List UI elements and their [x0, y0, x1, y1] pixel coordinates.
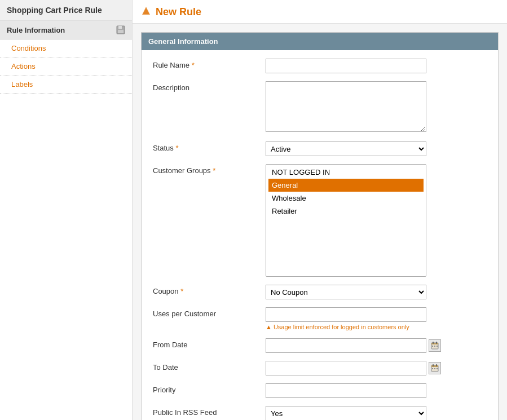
- section-header: General Information: [142, 33, 498, 50]
- rule-name-label: Rule Name *: [153, 59, 266, 69]
- status-required: *: [175, 144, 178, 152]
- to-date-row: To Date: [153, 361, 487, 375]
- svg-rect-11: [437, 346, 438, 347]
- coupon-label: Coupon *: [153, 285, 266, 295]
- hint-text-label: Usage limit enforced for logged in custo…: [274, 324, 409, 330]
- uses-per-customer-control: ▲ Usage limit enforced for logged in cus…: [266, 307, 487, 330]
- sidebar-title: Shopping Cart Price Rule: [0, 0, 132, 21]
- customer-groups-row: Customer Groups * NOT LOGGED IN General …: [153, 164, 487, 277]
- rule-name-input[interactable]: [266, 59, 426, 73]
- priority-row: Priority: [153, 383, 487, 398]
- svg-rect-2: [118, 30, 124, 33]
- priority-label: Priority: [153, 383, 266, 394]
- content-area: General Information Rule Name *: [133, 24, 507, 420]
- rule-name-control: [266, 59, 487, 73]
- svg-rect-9: [432, 346, 433, 347]
- svg-rect-15: [436, 364, 437, 366]
- save-icon[interactable]: [116, 25, 125, 34]
- description-label: Description: [153, 81, 266, 92]
- rss-feed-row: Public In RSS Feed Yes No: [153, 406, 487, 420]
- svg-rect-18: [437, 368, 438, 369]
- rule-name-required: *: [192, 61, 195, 69]
- uses-per-customer-row: Uses per Customer ▲ Usage limit enforced…: [153, 307, 487, 330]
- from-date-label: From Date: [153, 338, 266, 349]
- to-date-input[interactable]: [266, 361, 426, 375]
- to-date-control: [266, 361, 487, 375]
- coupon-required: *: [180, 287, 183, 295]
- to-date-label: To Date: [153, 361, 266, 372]
- uses-per-customer-label: Uses per Customer: [153, 307, 266, 318]
- to-date-row-inner: [266, 361, 487, 375]
- coupon-control: No Coupon Specific Coupon Auto Generated: [266, 285, 487, 299]
- usage-hint: ▲ Usage limit enforced for logged in cus…: [266, 324, 487, 330]
- rss-feed-control: Yes No: [266, 406, 487, 420]
- page-header: New Rule: [133, 0, 507, 24]
- description-textarea[interactable]: [266, 81, 426, 132]
- sidebar-section-rule-information: Rule Information: [0, 21, 132, 39]
- from-date-calendar-button[interactable]: [429, 339, 441, 352]
- page-title: New Rule: [156, 6, 201, 18]
- description-row: Description: [153, 81, 487, 134]
- coupon-row: Coupon * No Coupon Specific Coupon Auto …: [153, 285, 487, 299]
- rss-feed-select[interactable]: Yes No: [266, 406, 426, 420]
- hint-icon: ▲: [266, 324, 272, 330]
- rss-feed-label: Public In RSS Feed: [153, 406, 266, 417]
- sidebar: Shopping Cart Price Rule Rule Informatio…: [0, 0, 133, 420]
- status-select[interactable]: Active Inactive: [266, 142, 426, 156]
- svg-rect-10: [434, 346, 435, 347]
- form-panel: General Information Rule Name *: [141, 32, 499, 420]
- svg-rect-13: [431, 365, 438, 367]
- svg-rect-16: [432, 368, 433, 369]
- svg-rect-1: [118, 26, 122, 29]
- customer-groups-listbox[interactable]: NOT LOGGED IN General Wholesale Retailer: [266, 164, 426, 277]
- sidebar-item-actions[interactable]: Actions: [0, 58, 132, 76]
- main-content: New Rule General Information Rule Name *: [133, 0, 507, 420]
- from-date-row-inner: [266, 338, 487, 353]
- status-row: Status * Active Inactive: [153, 142, 487, 156]
- rule-name-row: Rule Name *: [153, 59, 487, 73]
- from-date-row: From Date: [153, 338, 487, 353]
- svg-rect-17: [434, 368, 435, 369]
- svg-rect-8: [436, 342, 437, 344]
- priority-control: [266, 383, 487, 398]
- customer-groups-control: NOT LOGGED IN General Wholesale Retailer: [266, 164, 487, 277]
- svg-marker-4: [143, 8, 149, 14]
- uses-per-customer-input[interactable]: [266, 307, 426, 322]
- description-control: [266, 81, 487, 134]
- customer-groups-required: *: [213, 166, 215, 175]
- svg-rect-7: [433, 342, 434, 344]
- from-date-input[interactable]: [266, 338, 426, 353]
- coupon-select[interactable]: No Coupon Specific Coupon Auto Generated: [266, 285, 426, 299]
- customer-groups-label: Customer Groups *: [153, 164, 266, 175]
- new-rule-icon: [141, 6, 151, 19]
- sidebar-section-label: Rule Information: [7, 26, 65, 34]
- sidebar-item-conditions[interactable]: Conditions: [0, 39, 132, 58]
- svg-rect-14: [433, 364, 434, 366]
- to-date-calendar-button[interactable]: [429, 362, 441, 374]
- from-date-control: [266, 338, 487, 353]
- sidebar-item-labels[interactable]: Labels: [0, 76, 132, 94]
- status-label: Status *: [153, 142, 266, 152]
- status-control: Active Inactive: [266, 142, 487, 156]
- svg-rect-6: [431, 343, 438, 344]
- priority-input[interactable]: [266, 383, 426, 398]
- form-body: Rule Name * Description: [142, 50, 498, 420]
